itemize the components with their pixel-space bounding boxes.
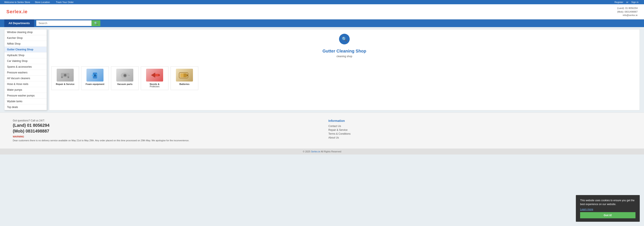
menu-item-vacuum[interactable]: All Vacuum cleaners bbox=[4, 76, 47, 81]
menu-link-top-deals[interactable]: Top deals bbox=[4, 104, 47, 110]
menu-link-hose[interactable]: Hose & Hose reels bbox=[4, 81, 47, 87]
product-label-nozzle: Nozzle & bbox=[150, 83, 160, 85]
footer-link-repair[interactable]: Repair & Service bbox=[328, 129, 631, 132]
menu-item-gutter[interactable]: Gutter Cleaning Shop bbox=[4, 47, 47, 53]
logo[interactable]: Serlex.ie bbox=[6, 9, 28, 15]
menu-item-hydraulic[interactable]: Hydraulic Shop bbox=[4, 53, 47, 58]
footer-copy: © 2025 bbox=[303, 150, 310, 153]
menu-link-gutter[interactable]: Gutter Cleaning Shop bbox=[4, 47, 47, 53]
logo-ext: ie bbox=[23, 9, 28, 14]
svg-point-14 bbox=[158, 74, 160, 76]
footer-contact-intro: Got questions? Call us 24/7: bbox=[13, 119, 316, 122]
logo-main: Serlex bbox=[6, 9, 22, 14]
products-area: 🔍 Gutter Cleaning Shop cleaning shop bbox=[49, 29, 640, 110]
footer: Got questions? Call us 24/7: (Land) 01 8… bbox=[0, 112, 644, 149]
svg-marker-12 bbox=[151, 73, 155, 78]
menu-link-car[interactable]: Car Valeting Shop bbox=[4, 58, 47, 64]
menu-link-water-pumps[interactable]: Water pumps bbox=[4, 87, 47, 93]
search-button[interactable]: 🔍 bbox=[92, 20, 100, 26]
svg-rect-5 bbox=[92, 75, 94, 76]
sign-in-link[interactable]: Sign in bbox=[631, 1, 638, 4]
store-location-link[interactable]: Store Location bbox=[35, 1, 50, 4]
or-text: or bbox=[626, 1, 628, 4]
product-img-battery bbox=[176, 69, 193, 81]
product-card-repair[interactable]: Repair & Service bbox=[51, 66, 79, 90]
menu-link-pressure[interactable]: Pressure washers bbox=[4, 70, 47, 76]
footer-link-terms[interactable]: Terms & Conditions bbox=[328, 132, 631, 135]
svg-point-3 bbox=[68, 76, 69, 78]
product-label-repair: Repair & Service bbox=[56, 83, 74, 85]
menu-item-pressure[interactable]: Pressure washers bbox=[4, 70, 47, 76]
menu-item-window[interactable]: Window cleaning shop bbox=[4, 30, 47, 35]
footer-mob: (Mob) 0831498887 bbox=[13, 129, 316, 134]
menu-item-water-pumps[interactable]: Water pumps bbox=[4, 87, 47, 93]
contact-land: (Land): 01 8056294 bbox=[617, 7, 638, 10]
svg-point-7 bbox=[94, 74, 96, 77]
product-img-vacuum bbox=[116, 69, 133, 81]
search-input[interactable] bbox=[36, 20, 92, 26]
nav-bar: All Departments 🔍 bbox=[0, 20, 644, 27]
dropdown-menu: Window cleaning shop Karcher Shop Nilfis… bbox=[4, 29, 47, 110]
foam-icon bbox=[86, 69, 104, 81]
svg-rect-6 bbox=[96, 74, 98, 75]
footer-brand-link[interactable]: Serlex.ie bbox=[311, 150, 320, 153]
product-card-vacuum[interactable]: Vacuum parts bbox=[111, 66, 139, 90]
menu-link-karcher[interactable]: Karcher Shop bbox=[4, 35, 47, 41]
menu-link-spares[interactable]: Spares & accessories bbox=[4, 64, 47, 70]
header-contact: (Land): 01 8056294 (Mob): 0831498887 inf… bbox=[617, 7, 638, 17]
section-title: Gutter Cleaning Shop bbox=[322, 47, 366, 55]
product-grid: Repair & Service Foam equipment bbox=[51, 64, 638, 92]
menu-item-nilfisk[interactable]: Nilfisk Shop bbox=[4, 41, 47, 47]
footer-info-col: Information Contact Us Repair & Service … bbox=[328, 119, 631, 142]
menu-item-pw-pumps[interactable]: Pressure washer pumps bbox=[4, 93, 47, 99]
footer-warning-title: WARNING bbox=[13, 135, 316, 138]
product-card-nozzle[interactable]: Nozzle & Protectors bbox=[141, 66, 168, 90]
svg-point-2 bbox=[61, 76, 63, 78]
register-link[interactable]: Register bbox=[614, 1, 623, 4]
repair-icon bbox=[57, 69, 74, 81]
section-icon: 🔍 bbox=[339, 34, 350, 44]
menu-link-hydraulic[interactable]: Hydraulic Shop bbox=[4, 53, 47, 58]
top-bar-right: Register or Sign in bbox=[613, 1, 640, 4]
top-bar: Welcome to Serlex Store Store Location T… bbox=[0, 0, 644, 4]
vacuum-icon bbox=[116, 69, 133, 81]
menu-item-top-deals[interactable]: Top deals bbox=[4, 104, 47, 110]
menu-link-window[interactable]: Window cleaning shop bbox=[4, 30, 47, 35]
product-label-battery: Batteries bbox=[179, 83, 189, 85]
all-departments-button[interactable]: All Departments bbox=[4, 20, 34, 27]
welcome-text: Welcome to Serlex Store bbox=[4, 1, 30, 4]
product-sublabel-nozzle: Protectors bbox=[150, 85, 160, 88]
product-card-battery[interactable]: Batteries bbox=[170, 66, 198, 90]
svg-point-10 bbox=[124, 75, 126, 76]
menu-link-pw-pumps[interactable]: Pressure washer pumps bbox=[4, 93, 47, 99]
menu-item-karcher[interactable]: Karcher Shop bbox=[4, 35, 47, 41]
svg-rect-11 bbox=[128, 75, 130, 76]
main-content: Window cleaning shop Karcher Shop Nilfis… bbox=[0, 27, 644, 112]
product-label-vacuum: Vacuum parts bbox=[117, 83, 132, 85]
footer-link-about[interactable]: About Us bbox=[328, 136, 631, 139]
track-order-link[interactable]: Track Your Order bbox=[56, 1, 74, 4]
menu-link-vacuum[interactable]: All Vacuum cleaners bbox=[4, 76, 47, 81]
menu-item-hose[interactable]: Hose & Hose reels bbox=[4, 81, 47, 87]
menu-link-wydale[interactable]: Wydale tanks bbox=[4, 99, 47, 104]
product-img-repair bbox=[57, 69, 74, 81]
search-icon: 🔍 bbox=[94, 22, 98, 25]
footer-info-title: Information bbox=[328, 119, 631, 123]
battery-icon bbox=[176, 69, 193, 81]
footer-link-contact[interactable]: Contact Us bbox=[328, 125, 631, 128]
menu-item-spares[interactable]: Spares & accessories bbox=[4, 64, 47, 70]
product-card-foam[interactable]: Foam equipment bbox=[81, 66, 109, 90]
section-subtitle: cleaning shop bbox=[322, 55, 366, 58]
svg-rect-17 bbox=[180, 73, 184, 77]
menu-item-car[interactable]: Car Valeting Shop bbox=[4, 58, 47, 64]
products-header: 🔍 Gutter Cleaning Shop cleaning shop bbox=[51, 32, 638, 64]
menu-link-nilfisk[interactable]: Nilfisk Shop bbox=[4, 41, 47, 47]
nozzle-icon bbox=[146, 69, 163, 81]
contact-email: info@serlex.ie bbox=[617, 14, 638, 17]
menu-item-wydale[interactable]: Wydale tanks bbox=[4, 99, 47, 104]
footer-land: (Land) 01 8056294 bbox=[13, 123, 316, 128]
search-bar: 🔍 bbox=[36, 20, 122, 26]
footer-contact-col: Got questions? Call us 24/7: (Land) 01 8… bbox=[13, 119, 316, 142]
top-bar-left: Welcome to Serlex Store Store Location T… bbox=[4, 1, 75, 4]
product-img-nozzle bbox=[146, 69, 163, 81]
